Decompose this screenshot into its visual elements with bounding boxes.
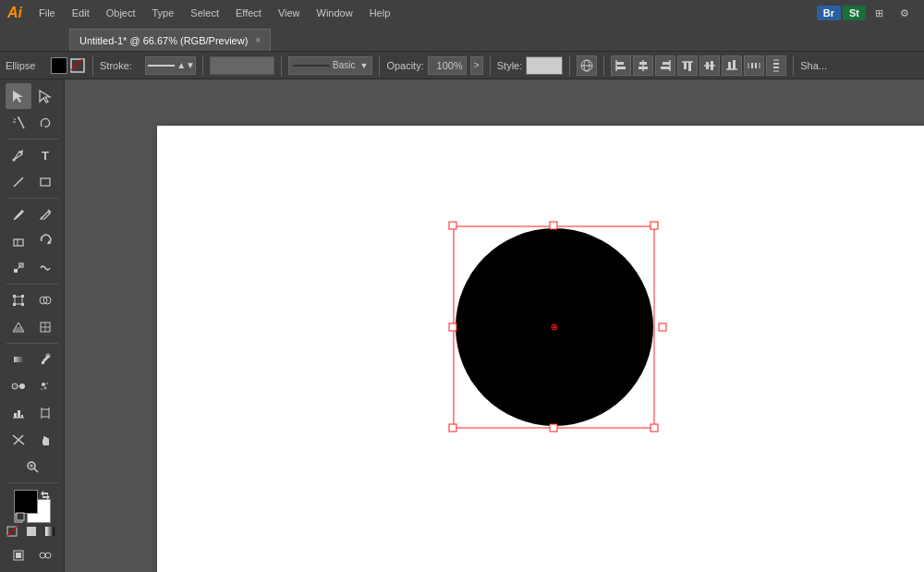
hand-tool[interactable] — [32, 427, 58, 453]
gradient-icon — [11, 352, 26, 367]
canvas-area[interactable] — [65, 79, 924, 572]
handle-br[interactable] — [650, 424, 658, 432]
line-tool[interactable] — [6, 169, 31, 195]
handle-ml[interactable] — [449, 323, 456, 331]
tool-separator-1 — [6, 139, 58, 140]
type-tool[interactable]: T — [32, 142, 58, 168]
menu-file[interactable]: File — [31, 4, 63, 22]
more-options-button[interactable]: > — [470, 56, 483, 75]
svg-rect-70 — [14, 413, 17, 418]
distribute-v-button[interactable] — [766, 55, 786, 76]
menu-select[interactable]: Select — [183, 4, 226, 22]
menu-help[interactable]: Help — [362, 4, 398, 22]
warp-tool[interactable] — [32, 255, 58, 281]
align-middle-icon — [703, 59, 716, 72]
stroke-dash-box[interactable] — [210, 56, 274, 75]
bridge-btn[interactable]: Br — [817, 6, 841, 20]
eraser-tool[interactable] — [6, 228, 31, 254]
center-dot — [553, 326, 556, 329]
fill-swatch[interactable] — [51, 57, 67, 74]
svg-point-64 — [19, 383, 25, 389]
stroke-weight-box[interactable]: ▲▼ — [145, 56, 196, 75]
scale-tool[interactable] — [6, 255, 31, 281]
align-bottom-button[interactable] — [722, 55, 742, 76]
shape-builder-tool[interactable] — [32, 287, 58, 313]
line-style-label: Basic — [333, 60, 355, 70]
distribute-h-button[interactable] — [744, 55, 764, 76]
grid-btn[interactable]: ⊞ — [868, 4, 891, 23]
align-section — [611, 55, 786, 76]
eyedropper-tool[interactable] — [32, 347, 58, 372]
color-section — [6, 490, 59, 538]
svg-rect-15 — [684, 62, 687, 69]
menu-window[interactable]: Window — [310, 4, 360, 22]
align-right-button[interactable] — [655, 55, 675, 76]
menu-edit[interactable]: Edit — [65, 4, 97, 22]
align-center-button[interactable] — [633, 55, 653, 76]
select-icon — [11, 89, 26, 103]
color-mode-button[interactable] — [24, 525, 41, 538]
gradient-mode-button[interactable] — [43, 525, 59, 538]
select-tool[interactable] — [6, 83, 31, 109]
divider-6 — [569, 55, 570, 76]
lasso-tool[interactable] — [32, 110, 58, 136]
svg-rect-84 — [17, 513, 24, 520]
align-middle-button[interactable] — [699, 55, 720, 76]
artboard-tool[interactable] — [32, 400, 58, 426]
menu-view[interactable]: View — [271, 4, 308, 22]
rotate-tool[interactable] — [32, 228, 58, 254]
svg-point-69 — [41, 388, 43, 390]
tab-close-button[interactable]: × — [255, 35, 261, 45]
pen-tool[interactable] — [6, 142, 31, 168]
menu-type[interactable]: Type — [145, 4, 182, 22]
svg-line-35 — [14, 118, 16, 120]
svg-rect-21 — [728, 62, 731, 69]
menu-object[interactable]: Object — [99, 4, 143, 22]
extra-tool-2[interactable] — [32, 542, 58, 568]
slice-tool[interactable] — [6, 427, 31, 453]
zoom-tool[interactable] — [19, 454, 45, 480]
svg-rect-60 — [14, 357, 23, 362]
swap-colors-button[interactable] — [40, 490, 51, 501]
settings-btn[interactable]: ⚙ — [893, 4, 917, 23]
shaper-label[interactable]: Sha... — [800, 60, 827, 71]
menu-effect[interactable]: Effect — [228, 4, 269, 22]
gradient-tool[interactable] — [6, 347, 31, 372]
tool-row-select — [6, 83, 58, 109]
foreground-color-swatch[interactable] — [14, 490, 38, 514]
global-button[interactable] — [577, 55, 597, 76]
align-left-button[interactable] — [611, 55, 631, 76]
svg-line-80 — [34, 469, 38, 472]
rectangle-tool[interactable] — [32, 169, 58, 195]
extra-icon-2 — [38, 548, 53, 563]
reset-colors-button[interactable] — [14, 512, 25, 523]
document-tab[interactable]: Untitled-1* @ 66.67% (RGB/Preview) × — [69, 29, 271, 51]
free-transform-tool[interactable] — [6, 287, 31, 313]
stock-btn[interactable]: St — [843, 6, 866, 20]
symbol-sprayer-tool[interactable] — [32, 373, 58, 399]
graph-tool[interactable] — [6, 400, 31, 426]
handle-tc[interactable] — [550, 222, 557, 229]
handle-bc[interactable] — [550, 424, 557, 432]
none-mode-button[interactable] — [6, 525, 22, 538]
line-solid-icon — [293, 65, 330, 67]
divider-8 — [793, 55, 794, 76]
mesh-tool[interactable] — [32, 314, 58, 340]
handle-bl[interactable] — [449, 424, 456, 432]
blend-tool[interactable] — [6, 373, 31, 399]
perspective-tool[interactable] — [6, 314, 31, 340]
paintbrush-tool[interactable] — [6, 201, 31, 227]
handle-mr[interactable] — [659, 323, 666, 331]
line-style-dropdown[interactable]: Basic ▼ — [288, 56, 372, 75]
style-swatch[interactable] — [526, 56, 563, 75]
handle-tr[interactable] — [650, 222, 658, 229]
handle-tl[interactable] — [449, 222, 456, 229]
extra-tool-1[interactable] — [6, 542, 31, 568]
pencil-tool[interactable] — [32, 201, 58, 227]
tool-row-gradient — [6, 347, 58, 372]
direct-select-tool[interactable] — [32, 83, 58, 109]
magic-wand-tool[interactable] — [6, 110, 31, 136]
opacity-input[interactable]: 100% — [428, 56, 467, 75]
pencil-icon — [38, 207, 53, 222]
align-top-button[interactable] — [677, 55, 698, 76]
